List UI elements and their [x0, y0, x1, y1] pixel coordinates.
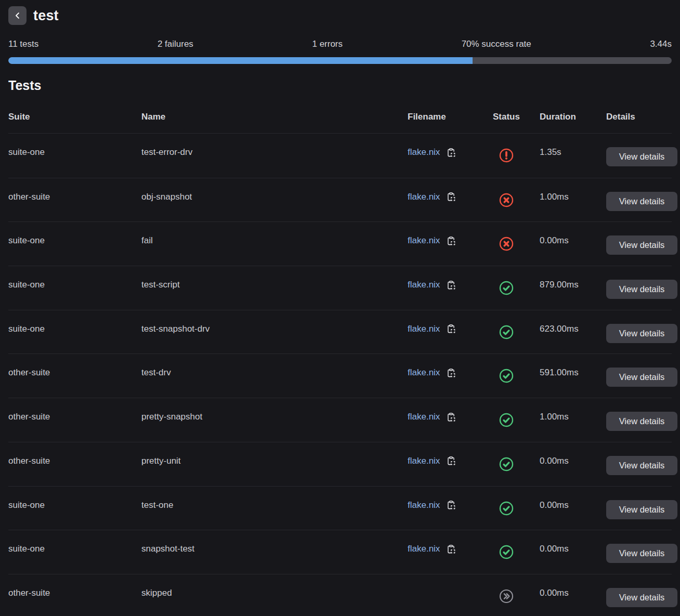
clipboard-copy-icon[interactable] — [446, 368, 456, 378]
suite-cell: suite-one — [8, 324, 141, 334]
view-details-button[interactable]: View details — [606, 456, 677, 475]
duration-cell: 0.00ms — [540, 235, 606, 246]
filename-cell: flake.nix — [408, 544, 493, 554]
back-button[interactable] — [8, 6, 27, 25]
check-circle-icon — [498, 465, 515, 475]
clipboard-copy-icon[interactable] — [446, 280, 456, 290]
check-circle-icon — [498, 421, 515, 430]
clipboard-copy-icon[interactable] — [446, 192, 456, 202]
view-details-button[interactable]: View details — [606, 235, 677, 255]
check-circle-icon — [498, 376, 515, 386]
suite-cell: other-suite — [8, 368, 141, 378]
filename-cell: flake.nix — [408, 456, 493, 466]
filename-link[interactable]: flake.nix — [408, 456, 440, 466]
filename-link[interactable]: flake.nix — [408, 412, 440, 422]
table-row: suite-one test-one flake.nix — [8, 486, 672, 530]
test-name-cell: pretty-unit — [141, 456, 408, 466]
page-title: test — [33, 8, 59, 24]
table-row: other-suite test-drv flake.nix — [8, 353, 672, 398]
clipboard-copy-icon[interactable] — [446, 324, 456, 334]
details-cell: View details — [606, 324, 677, 343]
stat-failures: 2 failures — [158, 39, 193, 49]
duration-cell: 591.00ms — [540, 368, 606, 378]
view-details-button[interactable]: View details — [606, 368, 677, 387]
test-name-cell: test-drv — [141, 368, 408, 378]
table-row: suite-one fail flake.nix 0.0 — [8, 221, 672, 266]
filename-link[interactable]: flake.nix — [408, 368, 440, 378]
test-name-cell: test-snapshot-drv — [141, 324, 408, 334]
details-cell: View details — [606, 235, 677, 255]
success-progress-bar — [8, 57, 672, 64]
filename-cell: flake.nix — [408, 235, 493, 246]
view-details-button[interactable]: View details — [606, 324, 677, 343]
alert-circle-icon — [498, 156, 515, 166]
duration-cell: 0.00ms — [540, 544, 606, 554]
test-name-cell: test-error-drv — [141, 147, 408, 158]
clipboard-copy-icon[interactable] — [446, 544, 456, 554]
duration-cell: 1.00ms — [540, 412, 606, 422]
chevrons-right-circle-icon — [498, 597, 515, 607]
details-cell: View details — [606, 192, 677, 211]
view-details-button[interactable]: View details — [606, 500, 677, 519]
duration-cell: 0.00ms — [540, 588, 606, 598]
details-cell: View details — [606, 500, 677, 519]
duration-cell: 0.00ms — [540, 456, 606, 466]
filename-link[interactable]: flake.nix — [408, 500, 440, 510]
check-circle-icon — [498, 509, 515, 519]
filename-link[interactable]: flake.nix — [408, 192, 440, 202]
filename-cell: flake.nix — [408, 280, 493, 290]
test-name-cell: test-script — [141, 280, 408, 290]
stat-success-rate: 70% success rate — [462, 39, 531, 49]
success-progress-fill — [8, 57, 473, 64]
view-details-button[interactable]: View details — [606, 544, 677, 563]
clipboard-copy-icon[interactable] — [446, 148, 456, 158]
view-details-button[interactable]: View details — [606, 280, 677, 299]
details-cell: View details — [606, 544, 677, 563]
suite-cell: suite-one — [8, 235, 141, 246]
filename-link[interactable]: flake.nix — [408, 147, 440, 158]
column-header-name: Name — [141, 112, 408, 122]
page-header: test — [8, 6, 672, 25]
clipboard-copy-icon[interactable] — [446, 412, 456, 422]
stat-errors: 1 errors — [312, 39, 343, 49]
x-circle-icon — [498, 201, 515, 211]
test-name-cell: obj-snapshot — [141, 192, 408, 202]
column-header-duration: Duration — [540, 112, 606, 122]
duration-cell: 623.00ms — [540, 324, 606, 334]
details-cell: View details — [606, 280, 677, 299]
table-row: other-suite pretty-unit flake.nix — [8, 442, 672, 486]
test-name-cell: skipped — [141, 588, 408, 598]
summary-stats: 11 tests 2 failures 1 errors 70% success… — [8, 39, 672, 49]
view-details-button[interactable]: View details — [606, 588, 677, 607]
filename-cell: flake.nix — [408, 500, 493, 510]
duration-cell: 879.00ms — [540, 280, 606, 290]
filename-cell: flake.nix — [408, 324, 493, 334]
clipboard-copy-icon[interactable] — [446, 500, 456, 510]
details-cell: View details — [606, 456, 677, 475]
filename-link[interactable]: flake.nix — [408, 235, 440, 246]
suite-cell: other-suite — [8, 588, 141, 598]
details-cell: View details — [606, 368, 677, 387]
clipboard-copy-icon[interactable] — [446, 456, 456, 466]
x-circle-icon — [498, 244, 515, 254]
filename-link[interactable]: flake.nix — [408, 544, 440, 554]
tests-section-title: Tests — [8, 78, 672, 93]
table-row: other-suite obj-snapshot flake.nix — [8, 178, 672, 222]
suite-cell: suite-one — [8, 544, 141, 554]
table-row: suite-one test-script flake.nix — [8, 266, 672, 310]
suite-cell: other-suite — [8, 192, 141, 202]
duration-cell: 0.00ms — [540, 500, 606, 510]
filename-cell: flake.nix — [408, 147, 493, 158]
view-details-button[interactable]: View details — [606, 147, 677, 166]
view-details-button[interactable]: View details — [606, 412, 677, 431]
table-row: suite-one test-snapshot-drv flake.nix — [8, 310, 672, 354]
details-cell: View details — [606, 588, 677, 607]
filename-cell: flake.nix — [408, 412, 493, 422]
filename-link[interactable]: flake.nix — [408, 324, 440, 334]
table-row: other-suite skipped 0.00ms View details — [8, 574, 672, 616]
clipboard-copy-icon[interactable] — [446, 236, 456, 246]
column-header-filename: Filename — [408, 112, 493, 122]
column-header-suite: Suite — [8, 112, 141, 122]
view-details-button[interactable]: View details — [606, 192, 677, 211]
filename-link[interactable]: flake.nix — [408, 280, 440, 290]
